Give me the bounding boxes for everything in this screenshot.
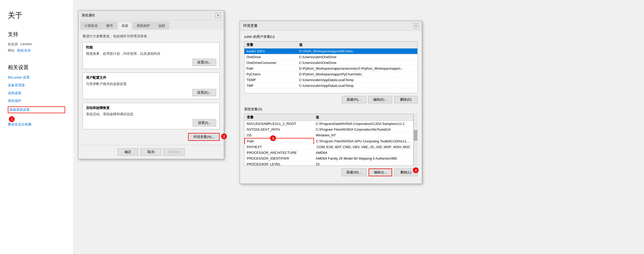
ok-btn[interactable]: 确定 (117, 148, 138, 156)
sys-var-name: PROCESSOR_LEVEL (245, 161, 314, 166)
manufacturer-label: 制造商 (8, 42, 18, 47)
scrollbar-thumb[interactable] (414, 130, 417, 141)
table-row[interactable]: PyCharm D:\Python_Workspace\apps\PyCharm… (244, 71, 417, 77)
user-profile-settings-btn[interactable]: 设置(E)... (192, 89, 216, 96)
table-row[interactable]: PROCESSOR_ARCHITECTURE AMD64 (245, 150, 413, 156)
annotation-2: 2 (221, 134, 227, 139)
startup-recovery-section: 启动和故障恢复 系统启动、系统故障和调试信息 设置(I)... (83, 103, 220, 129)
sys-vars-scrollbar[interactable] (413, 114, 418, 168)
sys-var-name: PROCESSOR_IDENTIFIER (245, 156, 314, 161)
remote-desktop-link[interactable]: 远程桌面 (8, 91, 65, 95)
path-sys-var-row[interactable]: Path C:\Program Files\NVIDIA GPU Computi… (245, 138, 413, 144)
user-vars-btns: 新建(N)... 编辑(E)... 删除(D) (244, 96, 418, 103)
tab-advanced[interactable]: 高级 (117, 22, 132, 30)
user-profile-desc: 与登录帐户相关的桌面设置 (86, 82, 216, 86)
startup-recovery-label: 启动和故障恢复 (86, 106, 216, 110)
sys-var-value: .COM;.EXE;.BAT;.CMD;.VBS;.VBE;.JS;.JSE;.… (314, 144, 413, 150)
about-panel: 关于 支持 制造商 Lenovo 网站 联机支持 相关设置 BitLocker … (0, 0, 73, 254)
sys-var-name: OS (245, 132, 314, 138)
website-label: 网站 (8, 48, 15, 56)
performance-section: 性能 视觉效果，处理器计划，内存使用，以及虚拟内存 设置(S)... (83, 42, 220, 69)
table-row[interactable]: OneDriveConsumer C:\Users\zubin\OneDrive (244, 60, 417, 66)
support-title: 支持 (8, 31, 65, 38)
sys-new-btn[interactable]: 新建(W)... (342, 168, 367, 176)
sys-vars-col-value: 值 (314, 114, 413, 121)
performance-label: 性能 (86, 45, 216, 50)
tab-hardware[interactable]: 硬件 (102, 22, 117, 30)
env-content: zubin 的用户变量(U) 变量 值 IntelliJ IDEA (240, 31, 422, 184)
table-row[interactable]: NVCUDASAMPLES11_2_ROOT C:\ProgramData\NV… (245, 121, 413, 127)
sys-var-value: C:\ProgramData\NVIDIA Corporation\CUDA S… (314, 121, 413, 127)
rename-pc-link[interactable]: 重命名这台电脑 (8, 122, 65, 127)
annotation-4: 4 (413, 167, 419, 173)
user-vars-title: zubin 的用户变量(U) (244, 34, 418, 39)
bitlocker-link[interactable]: BitLocker 设置 (8, 75, 65, 80)
table-row[interactable]: OneDrive C:\Users\zubin\OneDrive (244, 54, 417, 60)
user-var-name: TMP (244, 83, 297, 89)
sys-var-name: NVCUDASAMPLES11_2_ROOT (245, 121, 314, 127)
table-row[interactable]: PROCESSOR_LEVEL 25 (245, 161, 413, 166)
user-var-value: D:\Python_Workspace\apps\PyCharm\bin; (297, 71, 417, 77)
tab-system-protection[interactable]: 系统保护 (133, 22, 154, 30)
tab-computer-name[interactable]: 计算机名 (80, 22, 102, 30)
table-row[interactable]: IntelliJ IDEA D:\JAVA_Workspace\apps\IDE… (244, 49, 417, 54)
user-vars-col-name: 变量 (244, 41, 297, 49)
env-close-btn[interactable]: ✕ (413, 23, 419, 28)
advanced-system-link[interactable]: 高级系统设置 (8, 106, 65, 113)
sys-var-value: C:\Program Files\NVIDIA Corporation\NvTo… (314, 127, 413, 132)
user-var-value: C:\Users\zubin\AppData\Local\Temp (297, 83, 417, 89)
env-dialog-wrapper: 环境变量 ✕ zubin 的用户变量(U) 变量 值 (224, 0, 422, 254)
system-props-title: 系统属性 (82, 13, 95, 18)
device-manager-link[interactable]: 设备管理器 (8, 83, 65, 88)
user-profile-section: 用户配置文件 与登录帐户相关的桌面设置 设置(E)... (83, 72, 220, 99)
apply-btn[interactable]: 应用(A) (163, 148, 184, 156)
about-title: 关于 (8, 10, 65, 20)
cancel-btn[interactable]: 取消 (140, 148, 161, 156)
system-protection-link[interactable]: 系统保护 (8, 99, 65, 103)
user-new-btn[interactable]: 新建(N)... (342, 96, 366, 103)
sys-var-name: PROCESSOR_ARCHITECTURE (245, 150, 314, 156)
user-vars-table-wrapper: 变量 值 IntelliJ IDEA D:\JAVA_Workspace\app… (244, 41, 418, 93)
table-row[interactable]: Path D:\Python_Workspace\apps\anaconda;D… (244, 66, 417, 71)
table-row[interactable]: PROCESSOR_IDENTIFIER AMD64 Family 25 Mod… (245, 156, 413, 161)
sys-var-value: Windows_NT (314, 132, 413, 138)
user-var-name: TEMP (244, 77, 297, 83)
user-edit-btn[interactable]: 编辑(E)... (368, 96, 392, 103)
sys-edit-btn[interactable]: 编辑(I)... (369, 168, 392, 176)
table-row[interactable]: NVTOOLSEXT_PATH C:\Program Files\NVIDIA … (245, 127, 413, 132)
system-props-close-btn[interactable]: ✕ (215, 13, 221, 18)
user-var-name: Path (244, 66, 297, 71)
user-vars-table: 变量 值 IntelliJ IDEA D:\JAVA_Workspace\app… (244, 41, 417, 89)
sys-var-name: PATHEXT (245, 144, 314, 150)
website-link[interactable]: 联机支持 (17, 48, 31, 53)
tab-remote[interactable]: 远程 (154, 22, 169, 30)
table-row[interactable]: OS Windows_NT (245, 132, 413, 138)
related-title: 相关设置 (8, 64, 65, 71)
env-dialog: 环境变量 ✕ zubin 的用户变量(U) 变量 值 (240, 21, 422, 184)
startup-recovery-settings-btn[interactable]: 设置(I)... (193, 119, 216, 126)
table-row[interactable]: TEMP C:\Users\zubin\AppData\Local\Temp (244, 77, 417, 83)
table-row[interactable]: PATHEXT .COM;.EXE;.BAT;.CMD;.VBS;.VBE;.J… (245, 144, 413, 150)
user-profile-label: 用户配置文件 (86, 75, 216, 80)
user-var-value: D:\JAVA_Workspace\apps\IDEA\bin; (297, 49, 417, 54)
user-var-value: C:\Users\zubin\OneDrive (297, 60, 417, 66)
env-titlebar: 环境变量 ✕ (240, 21, 422, 31)
user-vars-col-value: 值 (297, 41, 417, 49)
table-row[interactable]: TMP C:\Users\zubin\AppData\Local\Temp (244, 83, 417, 89)
annotation-1: 1 (9, 116, 15, 122)
sys-var-value: AMD64 Family 25 Model 80 Stepping 0 Auth… (314, 156, 413, 161)
system-props-dialog: 系统属性 ✕ 计算机名 硬件 高级 系统保护 远程 要进行大多数更改，你必须作为… (78, 10, 224, 159)
startup-recovery-desc: 系统启动、系统故障和调试信息 (86, 112, 216, 117)
env-vars-btn[interactable]: 环境变量(N)... (188, 133, 220, 141)
sys-var-path-value: C:\Program Files\NVIDIA GPU Computing To… (314, 138, 413, 144)
sys-vars-col-name: 变量 (245, 114, 314, 121)
admin-notice: 要进行大多数更改，你必须作为管理员登录。 (83, 34, 220, 39)
manufacturer-value: Lenovo (21, 42, 32, 47)
user-var-name: OneDriveConsumer (244, 60, 297, 66)
user-var-value: C:\Users\zubin\OneDrive (297, 54, 417, 60)
user-delete-btn[interactable]: 删除(D) (394, 96, 418, 103)
performance-settings-btn[interactable]: 设置(S)... (192, 59, 216, 66)
system-props-overlay: 系统属性 ✕ 计算机名 硬件 高级 系统保护 远程 要进行大多数更改，你必须作为… (73, 0, 224, 254)
env-title: 环境变量 (243, 23, 258, 28)
user-var-name: OneDrive (244, 54, 297, 60)
